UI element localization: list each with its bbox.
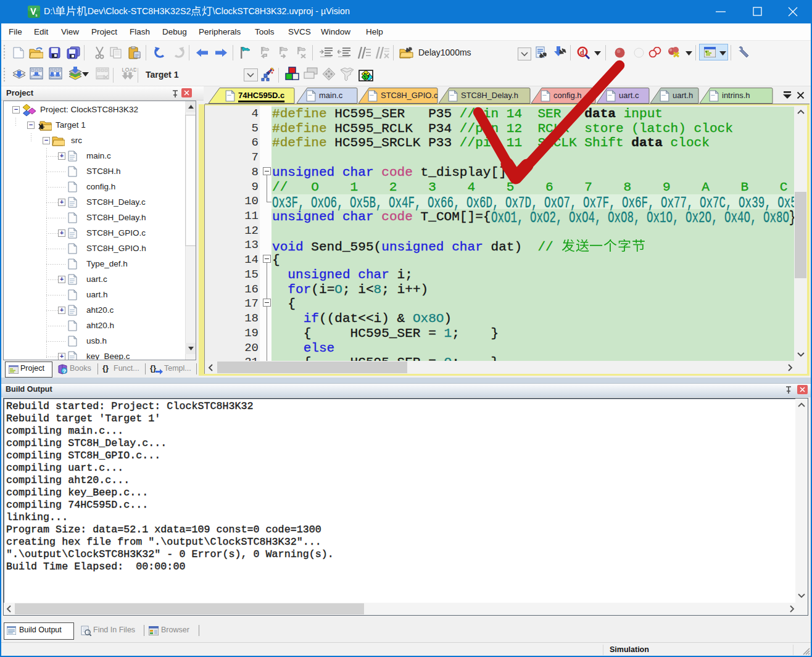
svg-text:?: ?: [63, 368, 67, 374]
